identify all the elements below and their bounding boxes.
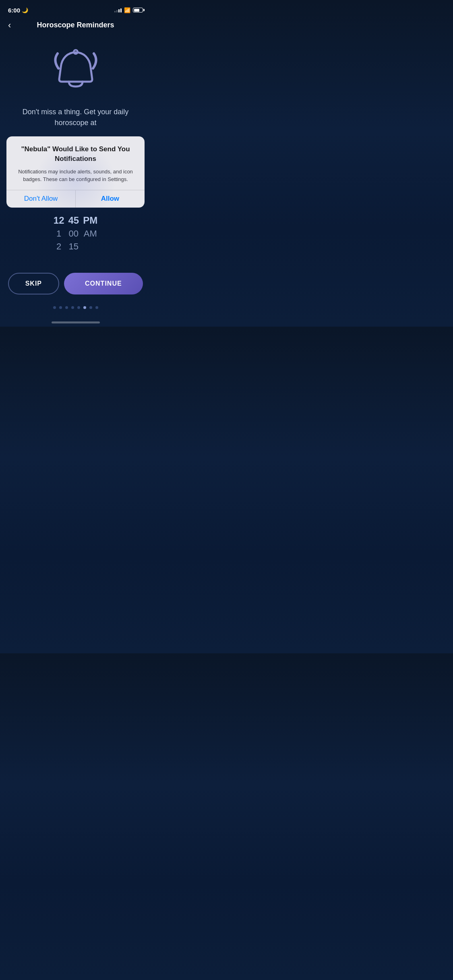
allow-button[interactable]: Allow [76,190,145,208]
time-label: 6:00 [8,7,20,14]
bell-icon [50,46,102,95]
minute-next-2: 15 [69,241,79,252]
dot-1 [53,306,56,309]
minute-next-1: 00 [69,229,79,239]
hour-next-2: 2 [56,241,61,252]
bottom-buttons: SKIP CONTINUE [0,273,151,294]
dot-8 [95,306,98,309]
dot-3 [65,306,68,309]
page-dots [0,306,151,309]
dot-7 [89,306,92,309]
hour-next-1: 1 [56,229,61,239]
status-time: 6:00 🌙 [8,7,28,14]
skip-button[interactable]: SKIP [8,273,59,294]
subtitle-text: Don't miss a thing. Get your daily horos… [0,103,151,128]
status-right-icons: 📶 [114,7,143,13]
dot-5 [77,306,80,309]
notification-dialog: "Nebula" Would Like to Send You Notifica… [6,136,145,208]
minutes-column[interactable]: 45 00 15 [68,215,79,252]
continue-button[interactable]: CONTINUE [64,273,143,294]
header: ‹ Horoscope Reminders [0,18,151,34]
dot-6 [83,306,86,309]
ampm-column[interactable]: PM AM [83,215,97,252]
ampm-alt: AM [84,229,97,239]
battery-icon [133,8,143,12]
hours-column[interactable]: 12 1 2 [54,215,64,252]
dialog-content: "Nebula" Would Like to Send You Notifica… [6,136,145,190]
dot-2 [59,306,62,309]
back-button[interactable]: ‹ [8,20,11,31]
dialog-message: Notifications may include alerts, sounds… [14,168,137,183]
home-indicator [52,321,100,323]
dialog-title: "Nebula" Would Like to Send You Notifica… [14,144,137,164]
dialog-buttons: Don't Allow Allow [6,190,145,208]
signal-icon [114,8,122,12]
moon-icon: 🌙 [22,7,28,13]
minute-selected: 45 [68,215,79,226]
dot-4 [71,306,74,309]
dont-allow-button[interactable]: Don't Allow [6,190,75,208]
status-bar: 6:00 🌙 📶 [0,0,151,18]
time-picker[interactable]: 12 1 2 45 00 15 PM AM [0,208,151,252]
wifi-icon: 📶 [124,7,130,13]
ampm-selected: PM [83,215,97,226]
bell-icon-container [0,34,151,103]
page-title: Horoscope Reminders [37,21,114,29]
hour-selected: 12 [54,215,64,226]
